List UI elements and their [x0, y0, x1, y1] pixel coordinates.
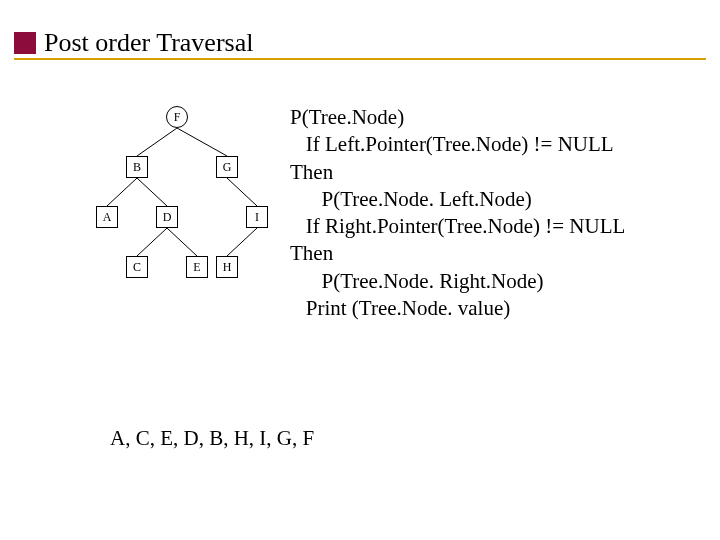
tree-node-g: G: [216, 156, 238, 178]
tree-node-h: H: [216, 256, 238, 278]
tree-node-a: A: [96, 206, 118, 228]
tree-node-c: C: [126, 256, 148, 278]
svg-line-6: [167, 228, 197, 256]
pseudo-line-1: P(Tree.Node): [290, 105, 404, 129]
svg-line-0: [137, 128, 177, 156]
tree-node-i: I: [246, 206, 268, 228]
svg-line-2: [107, 178, 137, 206]
tree-node-f: F: [166, 106, 188, 128]
pseudo-line-5: If Right.Pointer(Tree.Node) != NULL: [290, 214, 625, 238]
slide-title-bar: Post order Traversal: [14, 28, 253, 58]
tree-node-b: B: [126, 156, 148, 178]
slide-title: Post order Traversal: [44, 28, 253, 58]
svg-line-7: [227, 228, 257, 256]
title-bullet-icon: [14, 32, 36, 54]
svg-line-5: [137, 228, 167, 256]
tree-diagram: F B G A D I C E H: [96, 106, 276, 306]
pseudo-line-6: Then: [290, 241, 333, 265]
title-underline: [14, 58, 706, 60]
tree-node-e: E: [186, 256, 208, 278]
pseudo-line-7: P(Tree.Node. Right.Node): [290, 269, 544, 293]
pseudo-line-4: P(Tree.Node. Left.Node): [290, 187, 532, 211]
pseudocode-block: P(Tree.Node) If Left.Pointer(Tree.Node) …: [290, 104, 625, 322]
pseudo-line-3: Then: [290, 160, 333, 184]
tree-node-d: D: [156, 206, 178, 228]
pseudo-line-2: If Left.Pointer(Tree.Node) != NULL: [290, 132, 614, 156]
pseudo-line-8: Print (Tree.Node. value): [290, 296, 510, 320]
svg-line-3: [137, 178, 167, 206]
traversal-output: A, C, E, D, B, H, I, G, F: [110, 426, 314, 451]
svg-line-1: [177, 128, 227, 156]
svg-line-4: [227, 178, 257, 206]
